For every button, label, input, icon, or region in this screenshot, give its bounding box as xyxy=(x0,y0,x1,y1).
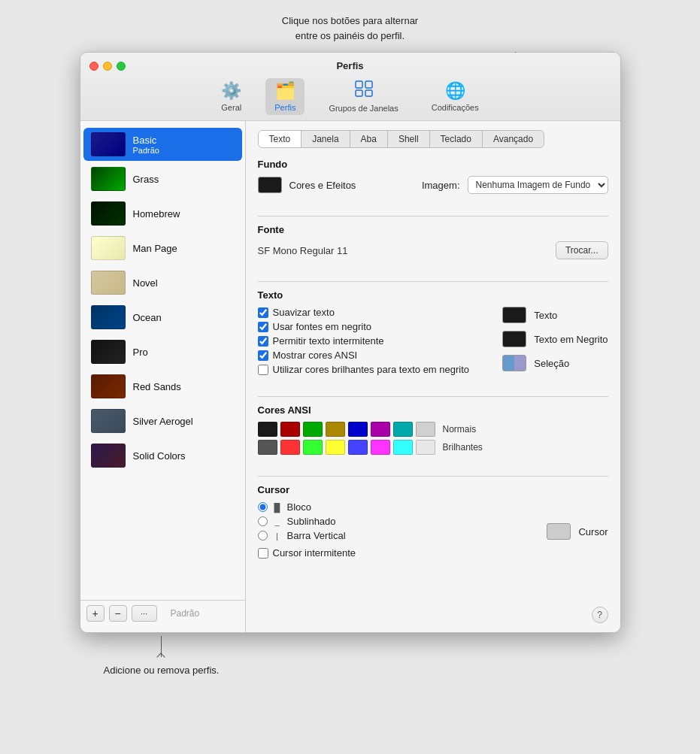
tab-aba[interactable]: Aba xyxy=(350,131,388,147)
cursor-preview-label: Cursor xyxy=(578,526,608,537)
cores-efeitos-label: Cores e Efeitos xyxy=(289,180,356,191)
sidebar-bottom: + − ··· Padrão xyxy=(80,600,245,626)
profile-item-silveraerogel[interactable]: Silver Aerogel xyxy=(83,404,242,438)
cursor-intermitente-row: Cursor intermitente xyxy=(258,547,356,559)
tab-avancado[interactable]: Avançado xyxy=(483,131,544,147)
cores-ansi-title: Cores ANSI xyxy=(258,404,608,416)
profile-thumb-homebrew xyxy=(91,201,126,226)
profile-name-novel: Novel xyxy=(133,277,158,289)
check-ansi-input[interactable] xyxy=(258,350,268,361)
profile-thumb-silveraerogel xyxy=(91,409,126,433)
toolbar-item-grupos[interactable]: Grupos de Janelas xyxy=(320,77,407,116)
fundo-color-btn[interactable] xyxy=(258,177,282,193)
ansi-normal-5[interactable] xyxy=(371,422,390,437)
check-brilhantes-input[interactable] xyxy=(258,365,268,375)
tab-shell[interactable]: Shell xyxy=(388,131,430,147)
texto-color-btn[interactable] xyxy=(502,307,526,323)
ansi-normal-4[interactable] xyxy=(348,422,368,437)
svg-rect-1 xyxy=(365,81,372,88)
more-options-button[interactable]: ··· xyxy=(132,605,157,622)
check-suavizar: Suavizar texto xyxy=(258,307,470,318)
tab-texto[interactable]: Texto xyxy=(259,131,302,147)
fonte-section: Fonte SF Mono Regular 11 Trocar... xyxy=(258,224,608,263)
cursor-intermitente-label: Cursor intermitente xyxy=(273,547,356,559)
cursor-bloco-radio[interactable] xyxy=(258,502,268,512)
texto-checkboxes: Suavizar texto Usar fontes em negrito Pe… xyxy=(258,307,470,378)
ansi-bright-6[interactable] xyxy=(393,440,413,455)
profiles-icon: 🗂️ xyxy=(275,81,295,101)
content-area: Basic Padrão Grass Homebrew Man Page Nov… xyxy=(80,121,620,632)
close-button[interactable] xyxy=(89,62,98,71)
check-negrito-input[interactable] xyxy=(258,322,268,332)
trocar-font-button[interactable]: Trocar... xyxy=(556,241,608,259)
profile-item-ocean[interactable]: Ocean xyxy=(83,301,242,334)
cursor-left-options: █ Bloco _ Sublinhado | Barra Vertical xyxy=(258,501,356,562)
window-title: Perfis xyxy=(336,60,363,71)
ansi-normal-3[interactable] xyxy=(326,422,345,437)
fonte-section-title: Fonte xyxy=(258,224,608,235)
ansi-bright-2[interactable] xyxy=(303,440,323,455)
fullscreen-button[interactable] xyxy=(117,62,126,71)
toolbar-grupos-label: Grupos de Janelas xyxy=(329,104,398,113)
profile-name-ocean: Ocean xyxy=(133,312,162,323)
ansi-normal-0[interactable] xyxy=(258,422,277,437)
tab-teclado[interactable]: Teclado xyxy=(430,131,483,147)
check-intermitente-label: Permitir texto intermitente xyxy=(273,335,384,347)
toolbar-item-codificacoes[interactable]: 🌐 Codificações xyxy=(423,78,488,115)
cursor-barra-radio[interactable] xyxy=(258,531,268,541)
selecao-color-btn[interactable] xyxy=(502,355,526,371)
svg-rect-3 xyxy=(365,90,372,96)
profile-item-homebrew[interactable]: Homebrew xyxy=(83,197,242,230)
ansi-bright-3[interactable] xyxy=(326,440,345,455)
profile-item-pro[interactable]: Pro xyxy=(83,335,242,368)
tab-janela[interactable]: Janela xyxy=(302,131,350,147)
profile-item-solidcolors[interactable]: Solid Colors xyxy=(83,439,242,472)
ansi-brilhantes-label: Brilhantes xyxy=(443,442,483,453)
traffic-lights xyxy=(89,62,126,71)
ansi-bright-0[interactable] xyxy=(258,440,277,455)
check-intermitente-input[interactable] xyxy=(258,336,268,347)
texto-section-title: Texto xyxy=(258,289,608,301)
texto-section: Texto Suavizar texto Usar fontes em negr… xyxy=(258,289,608,378)
check-brilhantes: Utilizar cores brilhantes para texto em … xyxy=(258,364,470,375)
profile-item-grass[interactable]: Grass xyxy=(83,162,242,195)
ansi-bright-7[interactable] xyxy=(416,440,435,455)
ansi-bright-1[interactable] xyxy=(280,440,300,455)
cursor-section: Cursor █ Bloco _ Sublinhado xyxy=(258,484,608,562)
ansi-normal-1[interactable] xyxy=(280,422,300,437)
profile-item-manpage[interactable]: Man Page xyxy=(83,232,242,265)
cursor-preview-box xyxy=(547,523,571,540)
cursor-sublinhado-radio[interactable] xyxy=(258,516,268,526)
toolbar-item-perfis[interactable]: 🗂️ Perfis xyxy=(265,78,305,115)
padrao-button[interactable]: Padrão xyxy=(165,606,206,621)
ansi-bright-4[interactable] xyxy=(348,440,368,455)
ansi-normal-6[interactable] xyxy=(393,422,413,437)
toolbar-item-geral[interactable]: ⚙️ Geral xyxy=(212,78,250,115)
profile-item-basic[interactable]: Basic Padrão xyxy=(83,128,242,161)
bloco-symbol: █ xyxy=(272,503,283,512)
texto-negrito-color-btn[interactable] xyxy=(502,331,526,347)
toolbar-perfis-label: Perfis xyxy=(274,103,295,112)
help-button[interactable]: ? xyxy=(592,607,608,623)
check-ansi: Mostrar cores ANSI xyxy=(258,350,470,361)
remove-profile-button[interactable]: − xyxy=(109,605,127,622)
minimize-button[interactable] xyxy=(103,62,112,71)
tooltip-line1: Clique nos botões para alternar xyxy=(282,15,418,26)
check-suavizar-input[interactable] xyxy=(258,307,268,318)
divider-4 xyxy=(258,476,608,477)
ansi-brilhantes-row: Brilhantes xyxy=(258,440,608,455)
ansi-normal-7[interactable] xyxy=(416,422,435,437)
ansi-bright-5[interactable] xyxy=(371,440,390,455)
texto-color-options: Texto Texto em Negrito Seleção xyxy=(502,307,608,378)
add-profile-button[interactable]: + xyxy=(86,605,105,622)
ansi-normal-2[interactable] xyxy=(303,422,323,437)
profile-thumb-novel xyxy=(91,271,126,295)
profile-name-homebrew: Homebrew xyxy=(133,208,180,220)
cursor-intermitente-input[interactable] xyxy=(258,548,268,559)
profile-item-novel[interactable]: Novel xyxy=(83,266,242,299)
image-select[interactable]: Nenhuma Imagem de Fundo xyxy=(468,176,608,194)
check-negrito-label: Usar fontes em negrito xyxy=(273,321,372,332)
profile-name-manpage: Man Page xyxy=(133,243,177,254)
profile-sub-basic: Padrão xyxy=(133,146,159,155)
profile-item-redsands[interactable]: Red Sands xyxy=(83,370,242,403)
